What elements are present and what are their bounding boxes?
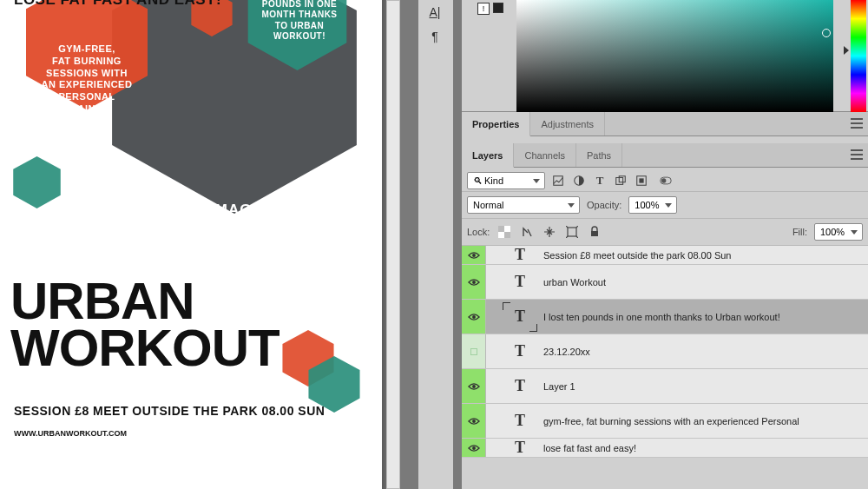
tab-adjustments[interactable]: Adjustments [530,112,605,135]
hue-slider-handle[interactable] [844,46,849,55]
layer-name[interactable]: I lost ten pounds in one month thanks to… [543,312,780,322]
svg-rect-18 [568,228,576,236]
layers-blend-row: Normal Opacity: 100% [462,192,868,219]
layer-row[interactable]: Tgym-free, fat burning sessions with an … [462,404,868,439]
layer-row[interactable]: TLayer 1 [462,369,868,404]
flyer-title[interactable]: URBAN WORKOUT [10,278,279,372]
properties-body [462,136,868,143]
flyer-session-line[interactable]: SESSION £8 MEET OUTSIDE THE PARK 08.00 S… [14,404,325,418]
filter-adjustment-icon[interactable] [571,173,587,188]
layer-thumbnail-type-icon[interactable]: T [505,374,535,399]
color-swatch-cube-icon[interactable] [493,3,503,13]
tab-layers[interactable]: Layers [462,143,514,168]
layers-lock-row: Lock: Fill: 100% [462,219,868,246]
flyer-image-placeholder[interactable]: IMAGE HERE [210,202,312,219]
tab-properties[interactable]: Properties [462,112,530,136]
visibility-toggle[interactable] [462,246,486,264]
color-field[interactable] [516,0,833,112]
layer-name[interactable]: gym-free, fat burning sessions with an e… [543,416,799,426]
search-icon: 🔍︎ [473,175,483,186]
blend-mode-value: Normal [473,200,503,210]
lock-all-icon[interactable] [587,224,602,240]
svg-point-14 [661,178,666,182]
layer-row[interactable]: T23.12.20xx [462,334,868,369]
fill-label: Fill: [792,227,807,237]
svg-marker-4 [13,156,61,208]
layer-name[interactable]: 23.12.20xx [543,347,590,357]
layer-thumbnail-type-icon[interactable]: T [505,340,535,364]
layer-thumbnail-type-icon[interactable]: T [505,305,535,329]
svg-rect-10 [619,176,625,182]
fill-select[interactable]: 100% [814,223,863,241]
layers-filter-kind-select[interactable]: 🔍︎ Kind [467,172,545,189]
filter-pixel-icon[interactable] [550,173,566,188]
opacity-label: Opacity: [587,200,621,210]
lock-image-icon[interactable] [519,224,535,240]
visibility-toggle[interactable] [462,404,486,438]
filter-type-icon[interactable]: T [592,173,608,188]
flyer-teal-badge-text[interactable]: I LOST TEN POUNDS IN ONE MONTH THANKS TO… [256,0,343,43]
svg-point-21 [472,281,476,284]
layer-name[interactable]: urban Workout [543,277,606,287]
visibility-toggle[interactable] [462,334,486,368]
flyer-url[interactable]: WWW.URBANWORKOUT.COM [14,429,127,438]
lock-transparent-icon[interactable] [496,224,512,240]
opacity-select[interactable]: 100% [628,196,677,214]
layers-tabs: Layers Channels Paths [462,143,868,168]
filter-kind-label: Kind [484,175,503,186]
gamut-warning-icon[interactable]: ! [477,3,490,15]
svg-rect-12 [639,178,643,182]
lock-position-icon[interactable] [542,224,557,240]
hue-slider[interactable] [851,0,866,112]
blend-mode-select[interactable]: Normal [467,196,580,214]
panel-menu-icon[interactable] [851,149,863,160]
color-cursor[interactable] [822,29,831,37]
lock-artboard-icon[interactable] [564,224,580,240]
svg-point-22 [472,315,476,319]
svg-point-26 [472,446,476,450]
vertical-scrollbar[interactable] [386,0,400,489]
layer-name[interactable]: Session £8 meet outside the park 08.00 S… [543,250,731,261]
layer-row[interactable]: Tlose fat fast and easy! [462,439,868,458]
layer-thumbnail-type-icon[interactable]: T [505,409,535,433]
layer-row[interactable]: TI lost ten pounds in one month thanks t… [462,300,868,334]
svg-rect-16 [498,226,504,232]
layer-thumbnail-type-icon[interactable]: T [505,246,535,268]
layers-filter-row: 🔍︎ Kind T [462,168,868,192]
layer-thumbnail-type-icon[interactable]: T [505,436,535,459]
hexagon-teal-small [13,156,61,208]
layers-list[interactable]: TSession £8 meet outside the park 08.00 … [462,246,868,458]
svg-point-20 [472,254,476,257]
visibility-toggle[interactable] [462,439,486,457]
layer-thumbnail-type-icon[interactable]: T [505,270,535,294]
properties-tabs: Properties Adjustments [462,112,868,136]
paragraph-tool-column: A| ¶ [418,0,453,489]
svg-point-24 [472,385,476,388]
filter-shape-icon[interactable] [613,173,628,188]
layer-name[interactable]: lose fat fast and easy! [543,443,636,453]
fill-value: 100% [820,227,845,237]
panel-menu-icon[interactable] [851,118,863,129]
tab-channels[interactable]: Channels [514,143,575,167]
lock-label: Lock: [467,227,490,237]
visibility-toggle[interactable] [462,265,486,299]
layer-row[interactable]: Turban Workout [462,265,868,300]
color-picker-panel: ! [462,0,868,112]
flyer-red-badge-text[interactable]: GYM-FREE, FAT BURNING SESSIONS WITH AN E… [35,43,139,116]
tab-paths[interactable]: Paths [576,143,622,167]
filter-toggle-icon[interactable] [658,173,674,188]
layer-row[interactable]: TSession £8 meet outside the park 08.00 … [462,246,868,265]
opacity-value: 100% [635,200,659,210]
flyer-title-line2: WORKOUT [10,319,279,377]
paragraph-panel-icon[interactable]: ¶ [418,24,451,49]
canvas-page[interactable]: LOSE FAT FAST AND EASY! GYM-FREE, FAT BU… [0,0,382,489]
flyer-headline[interactable]: LOSE FAT FAST AND EASY! [14,0,221,9]
visibility-toggle[interactable] [462,369,486,403]
character-panel-icon[interactable]: A| [418,0,451,24]
svg-rect-7 [554,176,563,186]
filter-smartobject-icon[interactable] [634,173,649,188]
document-viewport[interactable]: LOSE FAT FAST AND EASY! GYM-FREE, FAT BU… [0,0,462,489]
layer-name[interactable]: Layer 1 [543,381,575,392]
visibility-toggle[interactable] [462,300,486,334]
svg-rect-17 [504,232,510,238]
